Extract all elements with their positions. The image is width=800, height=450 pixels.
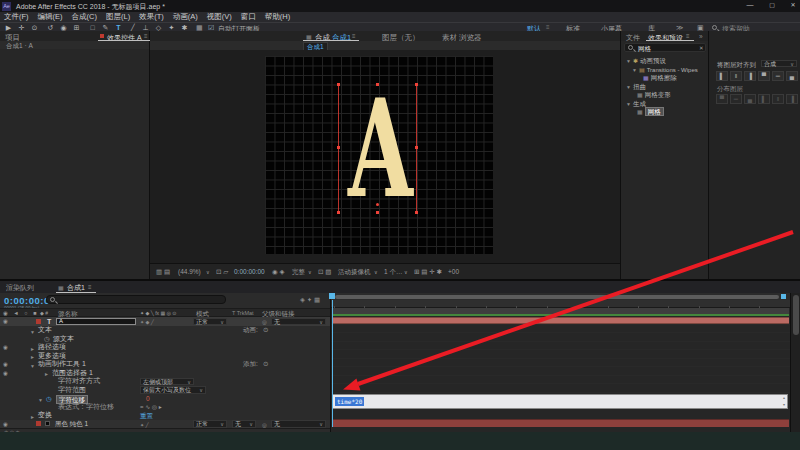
align-hcenter-button[interactable]: ‖: [730, 71, 742, 81]
timeline-h-scrollbar[interactable]: [335, 295, 779, 299]
eye-icon[interactable]: ◉: [3, 360, 8, 368]
twirl-icon[interactable]: ▼: [626, 84, 631, 90]
viewer-stage[interactable]: A: [150, 50, 620, 263]
expression-scroll-down-icon[interactable]: ▾: [783, 402, 785, 408]
menu-window[interactable]: 窗口: [241, 12, 256, 22]
tree-item-mesh-warp[interactable]: ▦网格变形: [637, 91, 671, 99]
menu-layer[interactable]: 图层(L): [106, 12, 130, 22]
maximize-button[interactable]: ▢: [764, 1, 780, 8]
work-area-end-handle[interactable]: [781, 294, 786, 299]
prop-label[interactable]: 范围选择器 1: [52, 369, 93, 377]
align-bottom-button[interactable]: ▄: [786, 71, 798, 81]
eye-icon[interactable]: ◉: [3, 343, 8, 351]
effects-search-value[interactable]: 网格: [638, 45, 651, 54]
prop-row-more-options[interactable]: ► 更多选项: [0, 352, 330, 360]
prop-label[interactable]: 路径选项: [38, 343, 66, 351]
canvas-letter[interactable]: A: [348, 81, 410, 216]
effect-controls-body[interactable]: [0, 49, 150, 279]
magnification-caret-icon[interactable]: ∨: [206, 264, 210, 280]
prop-label[interactable]: 源文本: [53, 335, 74, 343]
resolution-select[interactable]: 完整: [292, 264, 305, 280]
layer-row-text[interactable]: ◉ T A ✦ ◆ ╱ ∨正常 ◎ ∨无: [0, 317, 330, 326]
effect-controls-menu-icon[interactable]: ≡: [144, 33, 148, 39]
magnification-value[interactable]: (44.9%): [178, 264, 201, 280]
label-hash-column[interactable]: ◆ #: [40, 310, 48, 316]
view-layout-caret-icon[interactable]: ∨: [404, 264, 408, 280]
animate-menu-button[interactable]: ⊙: [263, 326, 268, 334]
selection-handle[interactable]: [337, 211, 340, 214]
prop-row-character-range[interactable]: 字符范围 ∨保留大小写及数位: [0, 386, 330, 394]
tab-effects-presets[interactable]: 效果和预设: [648, 33, 683, 43]
layer-color-label[interactable]: [36, 319, 41, 324]
menu-effect[interactable]: 效果(T): [139, 12, 164, 22]
av-feature-column-icons[interactable]: ◉ ◄ ○ ■: [3, 310, 38, 316]
viewer-misc-icons-b[interactable]: ⊡ ▱: [216, 264, 228, 280]
timeline-v-scrollbar-thumb[interactable]: [793, 295, 799, 335]
selection-handle[interactable]: [337, 146, 340, 149]
menu-composition[interactable]: 合成(C): [72, 12, 97, 22]
selection-handle[interactable]: [415, 211, 418, 214]
tree-item-grid-effect[interactable]: ▦网格: [637, 108, 664, 116]
workspace-menu-icon[interactable]: ≡: [546, 24, 550, 30]
selection-handle[interactable]: [415, 83, 418, 86]
distribute-vcenter-button[interactable]: ═: [730, 94, 742, 104]
expression-editor-field[interactable]: time*20 ▴ ▾: [332, 394, 788, 409]
layer-row-solid[interactable]: ◉ 黑色 纯色 1 ✦ ╱ ∨正常 ∨无 ◎ ∨无: [0, 420, 330, 429]
distribute-right-button[interactable]: ▐: [786, 94, 798, 104]
camera-select[interactable]: 活动摄像机: [338, 264, 371, 280]
align-top-button[interactable]: ▀: [758, 71, 770, 81]
prop-row-source-text[interactable]: ◷ 源文本: [0, 335, 330, 343]
tab-render-queue[interactable]: 渲染队列: [6, 283, 34, 293]
viewer-timecode[interactable]: 0:00:00:00: [234, 264, 265, 280]
effects-panel-overflow-icon[interactable]: »: [699, 33, 703, 40]
timeline-search-field[interactable]: [46, 295, 226, 304]
layer-name-edit-field[interactable]: A: [56, 318, 136, 325]
switches-column-icons[interactable]: ✦ ◆ ╲ fx ▦ ◎ ⊙: [140, 310, 177, 316]
tree-label[interactable]: 动画预设: [640, 57, 666, 64]
prop-row-character-alignment[interactable]: 字符对齐方式 ∨左侧或顶部: [0, 377, 330, 385]
prop-row-transform[interactable]: ► 变换 重置: [0, 411, 330, 419]
twirl-icon[interactable]: ▼: [632, 67, 637, 73]
tree-label[interactable]: 网格擦除: [651, 74, 677, 81]
prop-label[interactable]: 文本: [38, 326, 52, 334]
twirl-icon[interactable]: ▼: [626, 58, 631, 64]
resolution-caret-icon[interactable]: ∨: [308, 264, 312, 280]
comp-toggle-icons[interactable]: ◈ ✦ ▦: [300, 296, 320, 304]
viewer-misc-icons-d[interactable]: ⊡ ▨: [318, 264, 331, 280]
view-layout-select[interactable]: 1 个…: [384, 264, 402, 280]
align-vcenter-button[interactable]: ═: [772, 71, 784, 81]
prop-row-character-offset[interactable]: ▼ ◷ 字符位移 0: [0, 394, 330, 402]
effects-panel-menu-icon[interactable]: ≡: [686, 33, 690, 39]
stopwatch-icon[interactable]: ◷: [44, 335, 50, 343]
selection-handle[interactable]: [337, 83, 340, 86]
prop-row-expression[interactable]: 表达式：字符位移 = ∿ ◎ ▸: [0, 403, 330, 411]
expression-selected-text[interactable]: time*20: [335, 397, 364, 406]
prop-row-text-group[interactable]: ▼ 文本 动画: ⊙: [0, 326, 330, 334]
text-layer-duration-bar[interactable]: [332, 317, 789, 324]
viewer-misc-icons-c[interactable]: ◉ ◈: [272, 264, 284, 280]
menu-view[interactable]: 视图(V): [207, 12, 232, 22]
selection-handle[interactable]: [376, 211, 379, 214]
playhead-handle[interactable]: [329, 293, 335, 299]
distribute-top-button[interactable]: ▀: [716, 94, 728, 104]
align-left-button[interactable]: ▌: [716, 71, 728, 81]
align-to-select[interactable]: ∨合成: [761, 60, 797, 68]
selection-handle[interactable]: [376, 83, 379, 86]
tree-item-animation-presets[interactable]: ▼✱动画预设: [626, 57, 666, 65]
add-menu-button[interactable]: ⊙: [263, 360, 268, 368]
tree-label[interactable]: Transitions - Wipes: [647, 67, 698, 73]
prop-label[interactable]: 变换: [38, 411, 52, 419]
distribute-bottom-button[interactable]: ▄: [744, 94, 756, 104]
camera-caret-icon[interactable]: ∨: [374, 264, 378, 280]
menu-file[interactable]: 文件(F): [4, 12, 29, 22]
tree-label-selected[interactable]: 网格: [645, 107, 664, 116]
twirl-icon[interactable]: ▼: [626, 101, 631, 107]
prop-row-animator-1[interactable]: ◉ ▼ 动画制作工具 1 添加: ⊙: [0, 360, 330, 368]
viewer-misc-icons-e[interactable]: ⊞ ▤ ✛ ✱: [414, 264, 442, 280]
prop-label[interactable]: 更多选项: [38, 352, 66, 360]
tree-item-distort-group[interactable]: ▼扭曲: [626, 83, 646, 91]
comp-panel-menu-icon[interactable]: ≡: [352, 33, 356, 39]
eye-icon[interactable]: ◉: [3, 317, 8, 325]
expression-scroll-up-icon[interactable]: ▴: [783, 395, 785, 401]
menu-edit[interactable]: 编辑(E): [38, 12, 63, 22]
